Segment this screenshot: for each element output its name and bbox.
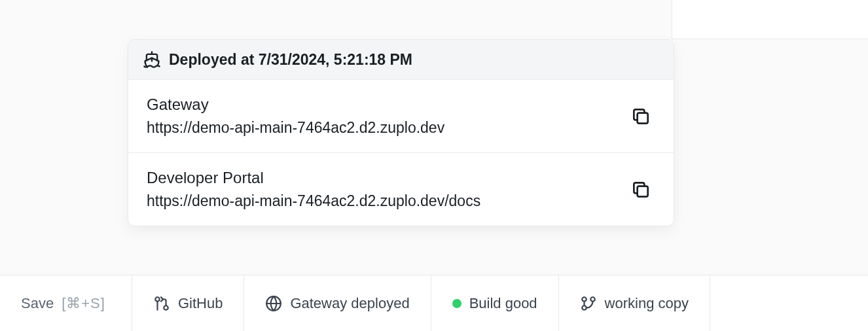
branch-status[interactable]: working copy [559, 275, 710, 331]
top-right-panel [672, 0, 868, 39]
build-status[interactable]: Build good [431, 275, 559, 331]
popover-item-gateway[interactable]: Gateway https://demo-api-main-7464ac2.d2… [128, 80, 674, 153]
git-pull-request-icon [153, 295, 170, 312]
github-status[interactable]: GitHub [132, 275, 244, 331]
branch-label: working copy [605, 295, 689, 312]
popover-item-devportal[interactable]: Developer Portal https://demo-api-main-7… [128, 153, 674, 226]
status-dot-icon [452, 299, 461, 308]
popover-header: Deployed at 7/31/2024, 5:21:18 PM [128, 40, 674, 80]
status-filler [710, 275, 752, 331]
save-button[interactable]: Save [⌘+S] [0, 275, 132, 331]
git-branch-icon [580, 295, 597, 312]
status-bar: Save [⌘+S] GitHub Gateway deployed Bui [0, 275, 868, 331]
save-shortcut: [⌘+S] [62, 295, 105, 312]
copy-devportal-button[interactable] [626, 175, 655, 204]
copy-icon [630, 106, 651, 127]
popover-header-text: Deployed at 7/31/2024, 5:21:18 PM [169, 51, 412, 69]
copy-gateway-button[interactable] [626, 102, 655, 131]
copy-icon [630, 179, 651, 200]
ship-icon [143, 50, 161, 69]
github-label: GitHub [178, 295, 223, 312]
devportal-url: https://demo-api-main-7464ac2.d2.zuplo.d… [147, 192, 480, 210]
popover-item-text: Developer Portal https://demo-api-main-7… [147, 169, 480, 210]
gateway-url: https://demo-api-main-7464ac2.d2.zuplo.d… [147, 119, 444, 137]
svg-rect-0 [638, 113, 648, 123]
gateway-status-label: Gateway deployed [290, 295, 409, 312]
build-status-label: Build good [469, 295, 537, 312]
popover-item-text: Gateway https://demo-api-main-7464ac2.d2… [147, 96, 444, 137]
save-label: Save [21, 295, 54, 312]
deployment-popover: Deployed at 7/31/2024, 5:21:18 PM Gatewa… [128, 39, 674, 226]
devportal-label: Developer Portal [147, 169, 480, 187]
globe-icon [265, 295, 282, 312]
gateway-label: Gateway [147, 96, 444, 114]
gateway-status[interactable]: Gateway deployed [244, 275, 431, 331]
svg-rect-1 [638, 186, 648, 196]
